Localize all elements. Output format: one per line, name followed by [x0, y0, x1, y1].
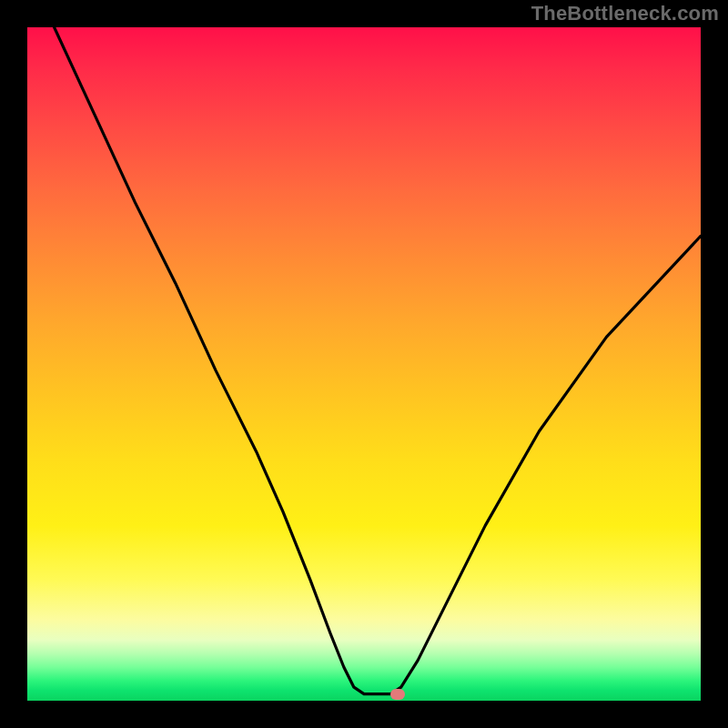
bottleneck-curve — [27, 27, 701, 701]
watermark-text: TheBottleneck.com — [531, 2, 719, 25]
optimal-point-marker — [390, 689, 405, 700]
plot-area — [27, 27, 701, 701]
chart-frame: TheBottleneck.com — [0, 0, 728, 728]
